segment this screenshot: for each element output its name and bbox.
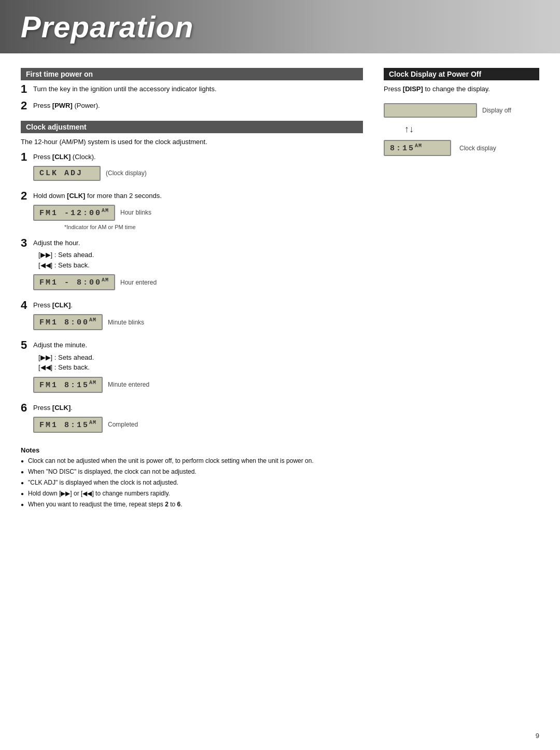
step-3-sublist: [▶▶] : Sets ahead. [◀◀] : Sets back. <box>38 250 363 270</box>
arrows-indicator: ↑↓ <box>404 124 539 135</box>
step-3-sub-2: [◀◀] : Sets back. <box>38 260 363 271</box>
step-5-sub-2: [◀◀] : Sets back. <box>38 362 363 373</box>
step-1-clock-text: Press [CLK] (Clock). <box>33 152 363 162</box>
lcd-hour-blink-text: FM1 -12:00AM <box>39 208 109 218</box>
notes-title: Notes <box>21 446 363 454</box>
notes-section: Notes Clock can not be adjusted when the… <box>21 446 363 509</box>
note-5: When you want to readjust the time, repe… <box>21 500 363 509</box>
lcd-minute-entered: FM1 8:15AM <box>33 377 103 393</box>
page-title: Preparation <box>21 9 539 44</box>
step-5-clock: 5 Adjust the minute. [▶▶] : Sets ahead. … <box>21 341 363 398</box>
step-num-clk4: 4 <box>21 300 31 311</box>
lcd-minute-entered-label: Minute entered <box>108 381 149 388</box>
left-column: First time power on 1 Turn the key in th… <box>21 68 363 511</box>
step-2-power: 2 Press [PWR] (Power). <box>21 101 363 112</box>
step-3-sub-1: [▶▶] : Sets ahead. <box>38 250 363 260</box>
lcd-minute-blink: FM1 8:00AM <box>33 314 103 330</box>
display-off-label: Display off <box>482 107 511 114</box>
step-6-clock-text: Press [CLK]. <box>33 403 363 413</box>
lcd-clock-display: 8:15AM <box>384 140 451 156</box>
step-num-clk5: 5 <box>21 339 31 351</box>
lcd-hour-blink-label: Hour blinks <box>120 209 151 216</box>
lcd-completed-text: FM1 8:15AM <box>39 420 96 430</box>
step-num-2: 2 <box>21 100 31 111</box>
step-5-sublist: [▶▶] : Sets ahead. [◀◀] : Sets back. <box>38 352 363 373</box>
step-5-clock-text: Adjust the minute. <box>33 341 363 350</box>
lcd-clk-adj-label: (Clock display) <box>106 169 147 177</box>
step-6-display-row: FM1 8:15AM Completed <box>33 415 363 435</box>
step-4-clock: 4 Press [CLK]. FM1 8:00AM Minute blinks <box>21 301 363 335</box>
step-2-display-row: FM1 -12:00AM Hour blinks <box>33 203 363 223</box>
first-power-steps: 1 Turn the key in the ignition until the… <box>21 84 363 112</box>
lcd-clock-display-text: 8:15AM <box>390 143 422 153</box>
step-num-clk3: 3 <box>21 237 31 249</box>
step-1-clock: 1 Press [CLK] (Clock). CLK ADJ (Clock di… <box>21 152 363 186</box>
clock-display-label: Clock display <box>459 145 496 152</box>
section-clock-display-header: Clock Display at Power Off <box>384 68 539 80</box>
step-1-power-text: Turn the key in the ignition until the a… <box>33 84 363 94</box>
page-header: Preparation <box>0 0 560 53</box>
step-num-clk1: 1 <box>21 151 31 163</box>
step-3-clock: 3 Adjust the hour. [▶▶] : Sets ahead. [◀… <box>21 238 363 295</box>
section-clock-header: Clock adjustment <box>21 121 363 133</box>
lcd-minute-blink-text: FM1 8:00AM <box>39 317 96 327</box>
step-2-clock: 2 Hold down [CLK] for more than 2 second… <box>21 191 363 233</box>
page-number: 9 <box>536 732 539 740</box>
step-1-power: 1 Turn the key in the ignition until the… <box>21 84 363 96</box>
lcd-hour-entered-text: FM1 - 8:00AM <box>39 277 109 287</box>
main-content: First time power on 1 Turn the key in th… <box>0 53 560 526</box>
lcd-minute-blink-label: Minute blinks <box>108 319 144 326</box>
note-3: "CLK ADJ" is displayed when the clock is… <box>21 478 363 487</box>
notes-list: Clock can not be adjusted when the unit … <box>21 456 363 509</box>
step-2-power-text: Press [PWR] (Power). <box>33 101 363 110</box>
display-off-row: Display off <box>384 100 539 121</box>
section-first-power-header: First time power on <box>21 68 363 80</box>
step-5-display-row: FM1 8:15AM Minute entered <box>33 375 363 395</box>
step-2-clock-text: Hold down [CLK] for more than 2 seconds. <box>33 191 363 201</box>
lcd-minute-entered-text: FM1 8:15AM <box>39 380 96 390</box>
right-column: Clock Display at Power Off Press [DISP] … <box>384 68 539 511</box>
clock-display-row: 8:15AM Clock display <box>384 138 539 158</box>
lcd-clk-adj-text: CLK ADJ <box>39 169 83 178</box>
note-2: When "NO DISC" is displayed, the clock c… <box>21 467 363 476</box>
step-num-1: 1 <box>21 83 31 95</box>
lcd-completed: FM1 8:15AM <box>33 417 103 433</box>
step-5-sub-1: [▶▶] : Sets ahead. <box>38 352 363 363</box>
lcd-hour-blink: FM1 -12:00AM <box>33 205 115 221</box>
note-4: Hold down [▶▶] or [◀◀] to change numbers… <box>21 489 363 498</box>
lcd-clk-adj: CLK ADJ <box>33 166 101 181</box>
display-off-box <box>384 103 477 118</box>
step-3-display-row: FM1 - 8:00AM Hour entered <box>33 272 363 292</box>
step-1-display-row: CLK ADJ (Clock display) <box>33 164 363 183</box>
lcd-completed-label: Completed <box>108 421 138 428</box>
lcd-hour-entered: FM1 - 8:00AM <box>33 274 115 290</box>
clock-display-intro: Press [DISP] to change the display. <box>384 84 539 94</box>
clock-description: The 12-hour (AM/PM) system is used for t… <box>21 137 363 147</box>
lcd-hour-entered-label: Hour entered <box>120 279 157 286</box>
note-1: Clock can not be adjusted when the unit … <box>21 456 363 465</box>
step-3-clock-text: Adjust the hour. <box>33 238 363 248</box>
step-6-clock: 6 Press [CLK]. FM1 8:15AM Completed <box>21 403 363 438</box>
step-4-clock-text: Press [CLK]. <box>33 301 363 310</box>
indicator-note: *Indicator for AM or PM time <box>64 224 363 230</box>
step-num-clk6: 6 <box>21 402 31 414</box>
step-4-display-row: FM1 8:00AM Minute blinks <box>33 312 363 332</box>
step-num-clk2: 2 <box>21 190 31 202</box>
